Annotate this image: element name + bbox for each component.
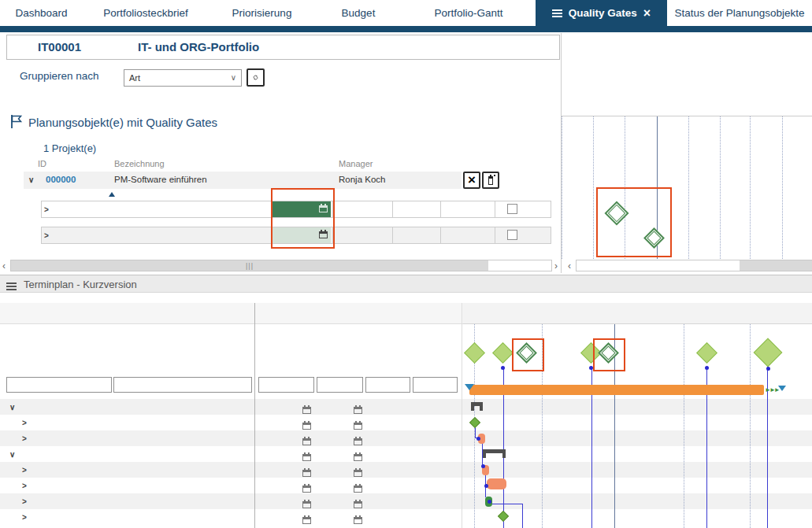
tab-close-icon[interactable]: × [643,7,651,20]
tab-dashboard[interactable]: Dashboard [0,0,83,26]
tab-budget[interactable]: Budget [315,0,402,26]
calendar-icon [302,470,311,477]
row-expand-icon[interactable]: > [22,513,27,522]
qg-sort-indicator[interactable] [108,190,115,198]
qg-cell-divider [392,227,393,243]
calendar-icon [302,486,311,493]
scroll-left-icon[interactable]: ‹ [2,260,6,271]
wunsch-anfang-input[interactable] [258,377,314,393]
left-hscrollbar-thumb[interactable]: ||| [11,260,488,271]
tab-label: Dashboard [15,7,67,19]
nav-accent-strip [0,26,812,32]
qg-release-checkbox[interactable] [507,204,517,214]
calendar-button[interactable] [482,172,499,189]
wunsch-ende-picker[interactable] [354,403,362,417]
project-row[interactable] [24,172,462,189]
table-row-stripe [0,446,812,462]
calendar-icon [354,486,362,493]
month-gridline [782,116,783,259]
wunsch-anfang-picker[interactable] [302,403,311,417]
connector-line [492,504,522,504]
qg-release-checkbox[interactable] [507,230,517,240]
quality-gates-screen: DashboardPortfoliosteckbriefPriorisierun… [0,0,812,528]
summary-bar-konzeptphase[interactable] [483,449,506,453]
table-row-stripe [0,493,812,509]
milestone-diamond[interactable] [492,342,514,364]
connector-dot [481,464,485,468]
month-gridline [562,116,562,259]
group-by-select[interactable]: Art ∨ [124,69,242,87]
qg-expand-icon[interactable]: > [44,205,49,214]
wunsch-anfang-picker[interactable] [302,419,311,433]
kalk-anfang-input[interactable] [365,377,410,393]
project-summary-bar[interactable] [469,385,764,395]
calendar-icon [302,423,311,430]
section-title: Planungsobjekt(e) mit Quality Gates [28,116,217,129]
wunsch-ende-picker[interactable] [354,466,362,480]
tab-menu-icon[interactable] [552,9,562,11]
tab-label: Portfolio-Gantt [434,7,502,19]
row-expand-icon[interactable]: > [22,419,27,427]
summary-bar-projekt-startup[interactable] [471,402,483,406]
project-id-input[interactable] [6,377,112,393]
delete-button[interactable]: × [463,172,480,189]
row-expand-icon[interactable]: > [22,482,27,490]
qg-expand-icon[interactable]: > [44,231,49,240]
wunsch-anfang-picker[interactable] [302,434,311,449]
tab-portfolio-gantt[interactable]: Portfolio-Gantt [402,0,536,26]
wunsch-anfang-picker[interactable] [302,482,311,496]
milestone-diamond[interactable] [754,338,783,367]
collapse-icon[interactable]: ∨ [28,175,34,184]
calendar-icon [354,454,362,461]
project-name-input[interactable] [113,377,252,393]
row-expand-icon[interactable]: ∨ [9,403,15,412]
wunsch-anfang-picker[interactable] [302,450,311,464]
scroll-right-icon[interactable]: › [554,260,558,271]
tab-portfoliosteckbrief[interactable]: Portfoliosteckbrief [83,0,209,26]
bar-end-marker [778,386,786,391]
wunsch-ende-picker[interactable] [354,513,362,527]
kalk-ende-input[interactable] [413,377,458,393]
milestone-diamond[interactable] [696,342,717,364]
scroll-left2-icon[interactable]: ‹ [568,260,571,271]
milestone-anchor-dot [766,367,770,371]
milestone-anchor-dot [705,366,709,370]
refresh-button[interactable] [247,68,265,87]
row-expand-icon[interactable]: > [22,434,27,443]
schedule-title: Terminplan - Kurzversion [24,279,137,290]
wunsch-anfang-picker[interactable] [302,513,311,527]
tab-priorisierung[interactable]: Priorisierung [209,0,315,26]
wunsch-anfang-picker[interactable] [302,497,311,511]
row-expand-icon[interactable]: ∨ [9,450,15,459]
wunsch-ende-picker[interactable] [354,434,362,449]
calendar-icon [488,176,493,185]
sort-asc-icon [109,192,115,197]
gate-highlight-box-1 [512,338,544,371]
tab-label: Portfoliosteckbrief [103,7,187,19]
wunsch-anfang-picker[interactable] [302,466,311,480]
row-expand-icon[interactable]: > [22,466,27,474]
tab-status-der-planungsobjekte[interactable]: Status der Planungsobjekte [667,0,812,26]
tab-quality-gates[interactable]: Quality Gates× [536,0,667,26]
wunsch-ende-picker[interactable] [354,482,362,496]
right-hscrollbar-thumb[interactable] [740,260,812,271]
qg-cell-divider [440,201,441,217]
menu-icon[interactable] [6,282,17,284]
task-bar-fachkonzept[interactable] [487,478,506,489]
calendar-icon [354,407,362,414]
project-id[interactable]: 000000 [46,175,76,184]
group-by-value: Art [129,73,140,83]
close-icon: × [468,172,476,188]
milestone-diamond[interactable] [464,342,485,364]
wunsch-ende-picker[interactable] [354,419,362,433]
calendar-icon [302,454,311,461]
gate-highlight-box-2 [593,338,625,371]
wunsch-ende-input[interactable] [317,377,363,393]
row-expand-icon[interactable]: > [22,497,27,506]
wunsch-ende-picker[interactable] [354,497,362,511]
wunsch-ende-picker[interactable] [354,450,362,464]
right-hscrollbar[interactable] [576,260,812,271]
left-hscrollbar[interactable]: ||| [10,260,552,271]
table-row-stripe [0,399,812,415]
table-row-stripe [0,462,812,478]
